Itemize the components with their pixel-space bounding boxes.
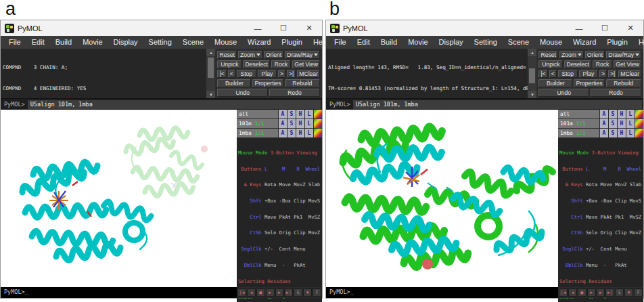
zoom-dropdown[interactable]: Zoom xyxy=(238,51,262,59)
get-view-button[interactable]: Get View xyxy=(292,60,320,68)
rock-button[interactable]: Rock xyxy=(593,60,612,68)
object-row-101m[interactable]: 101m 1/1 A S H L C xyxy=(237,119,322,128)
label-menu-button[interactable]: L xyxy=(626,129,635,137)
orient-button[interactable]: Orient xyxy=(264,51,283,59)
menu-build[interactable]: Build xyxy=(375,36,402,49)
scroll-down-icon[interactable]: ▼ xyxy=(528,91,536,98)
undo-button[interactable]: Undo xyxy=(217,89,268,97)
movie-first-button[interactable]: |< xyxy=(538,70,547,78)
command-input[interactable]: USalign 101m, 1mba xyxy=(28,100,321,109)
maximize-button[interactable]: ☐ xyxy=(592,20,618,36)
hide-menu-button[interactable]: H xyxy=(296,129,304,137)
console-scrollbar[interactable]: ▲ ▼ xyxy=(206,49,215,98)
movie-back-icon[interactable]: ◀ xyxy=(568,288,577,297)
deselect-button[interactable]: Deselect xyxy=(243,60,269,68)
show-menu-button[interactable]: S xyxy=(288,119,296,128)
movie-last-button[interactable]: >| xyxy=(287,70,296,78)
show-menu-button[interactable]: S xyxy=(609,110,617,118)
label-menu-button[interactable]: L xyxy=(305,110,313,118)
menu-movie[interactable]: Movie xyxy=(402,36,433,49)
movie-s-button[interactable]: S xyxy=(294,288,302,297)
console-scrollbar[interactable]: ▲ ▼ xyxy=(528,49,536,98)
movie-first-icon[interactable]: |◀ xyxy=(237,288,246,297)
movie-stop-button[interactable]: Stop xyxy=(558,70,578,78)
show-menu-button[interactable]: S xyxy=(288,129,296,137)
menu-display[interactable]: Display xyxy=(434,36,469,49)
color-menu-button[interactable]: C xyxy=(635,110,643,118)
movie-forward-icon[interactable]: ▶ xyxy=(597,288,605,297)
menu-help[interactable]: Help xyxy=(633,36,644,49)
action-menu-button[interactable]: A xyxy=(279,129,287,137)
movie-s-button[interactable]: S xyxy=(615,288,624,297)
viewer-command-prompt[interactable]: PyMOL>_ xyxy=(1,287,237,298)
movie-loop-icon[interactable]: ▼ xyxy=(303,288,312,297)
properties-button[interactable]: Properties xyxy=(252,79,283,87)
minimize-button[interactable]: — xyxy=(566,20,592,36)
action-menu-button[interactable]: A xyxy=(600,119,608,128)
movie-first-button[interactable]: |< xyxy=(217,70,226,78)
movie-play-button[interactable]: Play xyxy=(579,70,598,78)
movie-back-button[interactable]: < xyxy=(228,70,235,78)
action-menu-button[interactable]: A xyxy=(279,119,287,128)
properties-button[interactable]: Properties xyxy=(574,79,604,87)
zoom-dropdown[interactable]: Zoom xyxy=(559,51,584,59)
object-row-all[interactable]: all A S H L C xyxy=(558,110,643,118)
scrollbar-thumb[interactable] xyxy=(208,58,214,78)
scroll-up-icon[interactable]: ▲ xyxy=(528,49,536,56)
object-row-all[interactable]: all A S H L C xyxy=(237,110,322,118)
builder-button[interactable]: Builder xyxy=(217,79,251,87)
undo-button[interactable]: Undo xyxy=(538,89,589,97)
movie-play-icon[interactable]: ▶ xyxy=(587,288,596,297)
menu-wizard[interactable]: Wizard xyxy=(568,36,601,49)
rebuild-button[interactable]: Rebuild xyxy=(606,79,641,87)
minimize-button[interactable]: — xyxy=(245,20,271,36)
close-button[interactable]: ✕ xyxy=(296,20,322,36)
menu-scene[interactable]: Scene xyxy=(503,36,534,49)
hide-menu-button[interactable]: H xyxy=(618,110,626,118)
movie-play-button[interactable]: Play xyxy=(258,70,277,78)
movie-back-icon[interactable]: ◀ xyxy=(247,288,256,297)
viewer-command-prompt[interactable]: PyMOL>_ xyxy=(326,287,558,298)
menu-display[interactable]: Display xyxy=(108,36,143,49)
action-menu-button[interactable]: A xyxy=(279,110,287,118)
rebuild-button[interactable]: Rebuild xyxy=(285,79,320,87)
close-button[interactable]: ✕ xyxy=(618,20,643,36)
label-menu-button[interactable]: L xyxy=(305,129,313,137)
menu-plugin[interactable]: Plugin xyxy=(276,36,308,49)
deselect-button[interactable]: Deselect xyxy=(564,60,591,68)
hide-menu-button[interactable]: H xyxy=(618,119,626,128)
object-row-101m[interactable]: 101m 1/1 A S H L C xyxy=(558,119,643,128)
movie-last-icon[interactable]: ▶| xyxy=(605,288,614,297)
color-menu-button[interactable]: C xyxy=(635,129,643,137)
label-menu-button[interactable]: L xyxy=(305,119,313,128)
mclear-button[interactable]: MClear xyxy=(618,70,641,78)
movie-last-button[interactable]: >| xyxy=(608,70,617,78)
color-menu-button[interactable]: C xyxy=(314,110,322,118)
menu-file[interactable]: File xyxy=(3,36,26,49)
hide-menu-button[interactable]: H xyxy=(618,129,626,137)
hide-menu-button[interactable]: H xyxy=(296,110,304,118)
menu-mouse[interactable]: Mouse xyxy=(209,36,242,49)
menu-setting[interactable]: Setting xyxy=(143,36,177,49)
movie-forward-button[interactable]: > xyxy=(278,70,285,78)
movie-loop-icon[interactable]: ▼ xyxy=(624,288,633,297)
show-menu-button[interactable]: S xyxy=(288,110,296,118)
menu-scene[interactable]: Scene xyxy=(177,36,209,49)
menu-setting[interactable]: Setting xyxy=(469,36,503,49)
menu-edit[interactable]: Edit xyxy=(352,36,375,49)
mclear-button[interactable]: MClear xyxy=(297,70,320,78)
menu-mouse[interactable]: Mouse xyxy=(534,36,568,49)
scrollbar-thumb[interactable] xyxy=(529,68,535,83)
scroll-up-icon[interactable]: ▲ xyxy=(206,49,215,56)
movie-play-icon[interactable]: ▶ xyxy=(266,288,275,297)
menu-movie[interactable]: Movie xyxy=(77,36,108,49)
menu-wizard[interactable]: Wizard xyxy=(242,36,276,49)
scroll-down-icon[interactable]: ▼ xyxy=(206,91,215,98)
redo-button[interactable]: Redo xyxy=(269,89,320,97)
movie-stop-icon[interactable]: ■ xyxy=(256,288,265,297)
color-menu-button[interactable]: C xyxy=(635,119,643,128)
object-row-1mba[interactable]: 1mba 1/1 A S H L C xyxy=(558,129,643,137)
color-menu-button[interactable]: C xyxy=(314,129,322,137)
maximize-button[interactable]: ☐ xyxy=(271,20,296,36)
movie-stop-button[interactable]: Stop xyxy=(237,70,256,78)
